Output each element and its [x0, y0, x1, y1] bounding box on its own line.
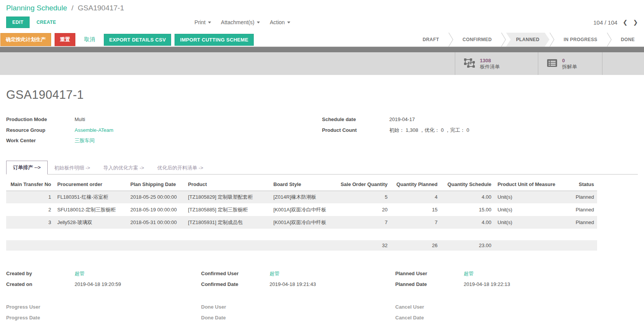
attachments-menu[interactable]: Attachment(s): [221, 19, 260, 25]
table-spacer-row: [6, 229, 597, 240]
export-details-csv-button[interactable]: EXPORT DETAILS CSV: [104, 34, 171, 46]
stat-button-board-list[interactable]: 1308 板件清单: [455, 52, 519, 75]
total-quantity-planned: 26: [391, 240, 441, 251]
column-header[interactable]: Product Unit of Measure: [494, 179, 562, 191]
column-header[interactable]: Status: [562, 179, 597, 191]
field-label: Planned User: [395, 268, 464, 279]
table-cell: Planned: [562, 191, 597, 203]
status-step-done[interactable]: DONE: [612, 33, 644, 47]
header-band: 1308 板件清单 0 拆解单: [0, 47, 644, 75]
cancel-button[interactable]: 取消: [79, 33, 100, 46]
field-label: Done User: [201, 302, 270, 312]
field-confirmed-user: Confirmed User 超管: [201, 268, 395, 279]
statusbar: DRAFT CONFIRMED PLANNED IN PROGRESS DONE: [413, 33, 644, 47]
planned-user-link[interactable]: 超管: [464, 268, 474, 279]
confirmed-user-link[interactable]: 超管: [270, 268, 280, 279]
footer-fields: Created by 超管 Confirmed User 超管 Planned …: [6, 268, 638, 289]
field-label: Created by: [6, 268, 75, 279]
table-row[interactable]: 3 Jelly528-玻璃双 2018-05-31 00:00:00 [TZ18…: [6, 216, 597, 229]
field-schedule-date: Schedule date 2019-04-17: [322, 114, 638, 125]
print-menu[interactable]: Print: [195, 19, 211, 25]
tab-imported-optimization[interactable]: 导入的优化方案 ->: [97, 161, 151, 174]
chevron-right-icon: [549, 33, 554, 47]
field-value: 2019-04-17: [389, 114, 415, 125]
tab-initial-board-detail[interactable]: 初始板件明细 ->: [48, 161, 97, 174]
field-cancel-user: Cancel User: [395, 302, 638, 312]
chevron-right-icon: [607, 33, 612, 47]
field-label: Planned Date: [395, 279, 464, 290]
import-cutting-scheme-button[interactable]: IMPORT CUTTING SCHEME: [175, 34, 253, 46]
table-row[interactable]: 1 FL180351-红橡-浴室柜 2018-05-25 00:00:00 [T…: [6, 191, 597, 203]
stat-label: 拆解单: [562, 64, 577, 70]
tab-optimized-cutting-list[interactable]: 优化后的开料清单 ->: [151, 161, 210, 174]
created-by-link[interactable]: 超管: [75, 268, 85, 279]
table-cell: 2018-05-19 00:00:00: [127, 203, 185, 216]
table-cell: 4: [391, 191, 441, 203]
field-label: Product Count: [322, 125, 389, 136]
table-header-row: Main Transfer No Procurement order Plan …: [6, 179, 597, 191]
stat-value: 0: [562, 58, 577, 64]
column-header[interactable]: Plan Shipping Date: [127, 179, 185, 191]
breadcrumb-separator: /: [72, 4, 73, 12]
pager-prev-icon[interactable]: ❮: [623, 19, 628, 26]
field-created-by: Created by 超管: [6, 268, 201, 279]
confirm-plan-button[interactable]: 确定按此计划生产: [0, 33, 51, 46]
action-menu[interactable]: Action: [270, 19, 290, 25]
field-label: Progress User: [6, 302, 75, 312]
column-header[interactable]: Main Transfer No: [6, 179, 54, 191]
table-cell: [K001A]双面冷白中纤板: [270, 203, 335, 216]
field-confirmed-date: Confirmed Date 2019-04-18 19:21:43: [201, 279, 395, 290]
field-group-right: Schedule date 2019-04-17 Product Count 初…: [322, 114, 638, 146]
resource-group-link[interactable]: Assemble-ATeam: [75, 125, 113, 136]
field-value: 初始： 1,308 ，优化： 0 ，完工： 0: [389, 125, 469, 136]
status-step-planned[interactable]: PLANNED: [506, 33, 549, 47]
table-cell: 5: [335, 191, 391, 203]
field-label: Progress Date: [6, 312, 75, 323]
caret-down-icon: [257, 22, 260, 23]
field-label: Confirmed User: [201, 268, 270, 279]
chevron-right-icon: [501, 33, 506, 47]
column-header[interactable]: Quantity Planned: [391, 179, 441, 191]
table-cell: [K001A]双面冷白中纤板: [270, 216, 335, 229]
column-header[interactable]: Board Style: [270, 179, 335, 191]
field-label: Cancel User: [395, 302, 464, 312]
work-center-link[interactable]: 三胺车间: [75, 135, 95, 146]
stat-label: 板件清单: [480, 64, 500, 70]
action-menu-label: Action: [270, 19, 285, 25]
field-progress-date: Progress Date: [6, 312, 201, 323]
caret-down-icon: [208, 22, 211, 23]
field-label: Work Center: [6, 135, 75, 146]
field-value: 2019-04-18 19:20:59: [75, 279, 121, 290]
field-label: Cancel Date: [395, 312, 464, 323]
field-label: Resource Group: [6, 125, 75, 136]
footer-fields-empty: Progress User Done User Cancel User Prog…: [6, 302, 638, 323]
status-step-in-progress[interactable]: IN PROGRESS: [554, 33, 607, 47]
field-progress-user: Progress User: [6, 302, 201, 312]
chevron-right-icon: [448, 33, 453, 47]
table-row[interactable]: 2 SFU180012-定制三胺橱柜 2018-05-19 00:00:00 […: [6, 203, 597, 216]
control-panel: Planning Schedule / GSA190417-1 EDIT CRE…: [0, 0, 644, 29]
reset-button[interactable]: 重置: [55, 33, 75, 46]
table-cell: 15.00: [441, 203, 494, 216]
status-step-confirmed[interactable]: CONFIRMED: [453, 33, 501, 47]
field-production-mode: Production Mode Multi: [6, 114, 322, 125]
pager: 104 / 104 ❮ ❯: [593, 19, 638, 26]
tab-order-scheduling[interactable]: 订单排产 -->: [6, 161, 48, 174]
caret-down-icon: [287, 22, 290, 23]
column-header[interactable]: Procurement order: [54, 179, 127, 191]
status-step-draft[interactable]: DRAFT: [413, 33, 448, 47]
column-header[interactable]: Sale Order Quantity: [335, 179, 391, 191]
column-header[interactable]: Quantity Schedule: [441, 179, 494, 191]
field-created-on: Created on 2019-04-18 19:20:59: [6, 279, 201, 290]
table-cell: 1: [6, 191, 54, 203]
table-totals-row: 32 26 23.00: [6, 240, 597, 251]
page-title: GSA190417-1: [6, 88, 638, 102]
table-cell: [Z014R]橡木防潮板: [270, 191, 335, 203]
edit-button[interactable]: EDIT: [6, 17, 30, 28]
pager-next-icon[interactable]: ❯: [633, 19, 638, 26]
create-button[interactable]: CREATE: [37, 20, 56, 25]
object-group-icon: [464, 58, 475, 70]
stat-button-disassembly[interactable]: 0 拆解单: [538, 52, 602, 75]
column-header[interactable]: Product: [185, 179, 270, 191]
breadcrumb-parent-link[interactable]: Planning Schedule: [6, 4, 67, 12]
